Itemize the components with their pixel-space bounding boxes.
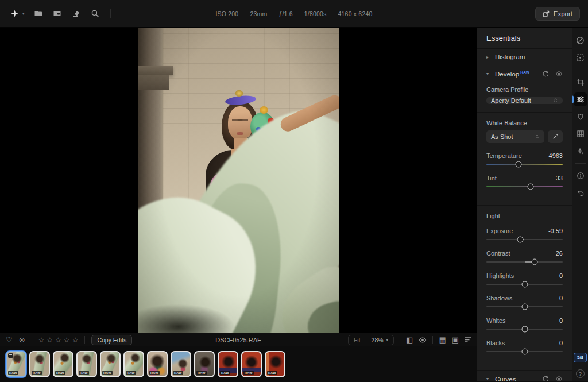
slider-knob[interactable]	[531, 259, 537, 265]
raw-format-badge: RAW	[173, 371, 183, 375]
develop-label: DevelopRAW	[495, 70, 529, 78]
filmstrip-thumbnail[interactable]: RAW	[194, 351, 215, 377]
before-after-icon[interactable]: ◧	[406, 336, 413, 344]
slider-value: 26	[556, 250, 563, 257]
exif-focal-length: 23mm	[250, 10, 267, 17]
slider-value: 33	[556, 175, 563, 182]
filmstrip-thumbnail[interactable]: RAW	[53, 351, 74, 377]
zoom-level-dropdown[interactable]: 28% ▾	[366, 337, 394, 344]
slider-knob[interactable]	[521, 304, 528, 310]
slider-track[interactable]	[486, 239, 563, 240]
exposure-slider[interactable]: Exposure-0.59	[486, 227, 563, 240]
shadows-slider[interactable]: Shadows0	[486, 295, 563, 307]
filmstrip-view-icon[interactable]: ▣	[452, 336, 459, 344]
copy-edits-button[interactable]: Copy Edits	[91, 335, 132, 345]
white-balance-select[interactable]: As Shot	[486, 130, 544, 143]
star-icon[interactable]: ☆	[38, 336, 45, 344]
filmstrip-thumbnail[interactable]: RAW	[29, 351, 50, 377]
favorite-heart-icon[interactable]: ♡	[6, 336, 13, 344]
photo-index-badge[interactable]: 5/8	[574, 353, 587, 362]
star-icon[interactable]: ☆	[55, 336, 61, 344]
eye-icon[interactable]	[555, 375, 563, 381]
export-label: Export	[554, 10, 572, 17]
slider-track[interactable]	[486, 351, 563, 352]
lut-table-icon[interactable]	[574, 127, 587, 141]
star-icon[interactable]: ☆	[47, 336, 53, 344]
exif-dimensions: 4160 x 6240	[338, 10, 373, 17]
adjustments-icon[interactable]	[574, 92, 587, 106]
camera-profile-select[interactable]: Aperty Default	[486, 97, 563, 104]
effects-sparkle-icon[interactable]	[574, 144, 587, 158]
slider-value: 0	[559, 272, 563, 279]
presets-icon[interactable]	[574, 33, 587, 47]
image-canvas	[0, 28, 477, 333]
photo-preview[interactable]	[138, 28, 339, 333]
slider-label: Shadows	[486, 295, 512, 302]
filmstrip-thumbnail[interactable]: RAW	[218, 351, 238, 377]
slider-value: 0	[559, 295, 563, 302]
slider-label: Contrast	[486, 250, 510, 257]
zoom-tool-icon[interactable]	[90, 9, 100, 19]
develop-section-header[interactable]: ▾ DevelopRAW	[477, 65, 572, 82]
slider-track[interactable]	[486, 329, 563, 330]
blacks-slider[interactable]: Blacks0	[486, 339, 563, 352]
star-rating[interactable]: ☆ ☆ ☆ ☆ ☆	[38, 336, 79, 344]
info-icon[interactable]	[574, 169, 587, 183]
slider-knob[interactable]	[521, 281, 528, 288]
slider-track[interactable]	[486, 261, 563, 263]
auto-enhance-icon[interactable]	[9, 9, 20, 19]
slider-knob[interactable]	[528, 184, 534, 190]
histogram-label: Histogram	[495, 53, 525, 60]
raw-format-badge: RAW	[8, 371, 18, 375]
slider-track[interactable]	[486, 284, 563, 285]
slider-track[interactable]	[486, 186, 563, 187]
filmstrip-thumbnail[interactable]: RAW	[147, 351, 168, 377]
eye-icon[interactable]	[555, 70, 563, 78]
export-button[interactable]: Export	[535, 7, 580, 21]
temperature-slider[interactable]: Temperature4963	[486, 152, 563, 165]
crop-icon[interactable]	[574, 75, 587, 89]
slider-track[interactable]	[486, 164, 563, 165]
undo-icon[interactable]	[574, 186, 587, 200]
curves-section-header[interactable]: ▾ Curves	[477, 371, 572, 381]
reset-icon[interactable]	[541, 375, 549, 381]
filmstrip-thumbnail[interactable]: RAW	[100, 351, 121, 377]
reject-icon[interactable]: ⊗	[19, 336, 25, 344]
filmstrip-thumbnail[interactable]: RAW	[265, 351, 285, 377]
slider-knob[interactable]	[515, 161, 521, 168]
white-balance-eyedropper-button[interactable]	[548, 130, 563, 143]
reset-icon[interactable]	[541, 70, 549, 78]
slider-value: -0.59	[548, 227, 563, 234]
highlights-slider[interactable]: Highlights0	[486, 272, 563, 285]
focus-frame-icon[interactable]	[574, 51, 587, 64]
help-icon[interactable]: ?	[576, 369, 585, 378]
whites-slider[interactable]: Whites0	[486, 317, 563, 330]
tint-slider[interactable]: Tint33	[486, 175, 563, 187]
folder-icon[interactable]	[33, 9, 44, 19]
grid-view-icon[interactable]: ▦	[439, 336, 446, 344]
raw-format-badge: RAW	[32, 371, 42, 375]
portrait-retouch-icon[interactable]	[574, 110, 587, 124]
histogram-section-header[interactable]: ▸ Histogram	[477, 49, 572, 65]
contrast-slider[interactable]: Contrast26	[486, 250, 563, 263]
filmstrip-thumbnail[interactable]: RAW	[171, 351, 191, 377]
star-icon[interactable]: ☆	[72, 336, 79, 344]
slider-track[interactable]	[486, 306, 563, 307]
filmstrip-thumbnail[interactable]: RAW	[123, 351, 144, 377]
preview-eye-icon[interactable]	[419, 336, 427, 344]
fit-button[interactable]: Fit	[349, 337, 366, 344]
filmstrip-thumbnail[interactable]: RAW	[76, 351, 97, 377]
slider-knob[interactable]	[521, 326, 528, 333]
slideshow-icon[interactable]	[52, 9, 63, 19]
filmstrip-thumbnail[interactable]: RAW	[241, 351, 262, 377]
slider-knob[interactable]	[517, 237, 523, 243]
slider-knob[interactable]	[521, 349, 528, 355]
bottom-toolbar: ♡ ⊗ ☆ ☆ ☆ ☆ ☆ Copy Edits DSCF0525.RAF Fi…	[0, 333, 477, 346]
star-icon[interactable]: ☆	[64, 336, 70, 344]
auto-enhance-caret-icon[interactable]: ▾	[22, 11, 25, 16]
raw-format-badge: RAW	[126, 371, 136, 375]
heal-brush-icon[interactable]	[71, 9, 82, 19]
sort-icon[interactable]	[465, 337, 472, 343]
filmstrip-thumbnail[interactable]: RAW	[6, 351, 26, 377]
editor-workspace: ♡ ⊗ ☆ ☆ ☆ ☆ ☆ Copy Edits DSCF0525.RAF Fi…	[0, 28, 477, 381]
